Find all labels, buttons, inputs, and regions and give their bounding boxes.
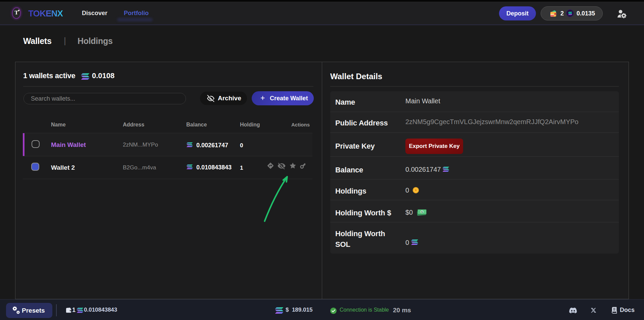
svg-text:$: $ xyxy=(421,210,423,214)
